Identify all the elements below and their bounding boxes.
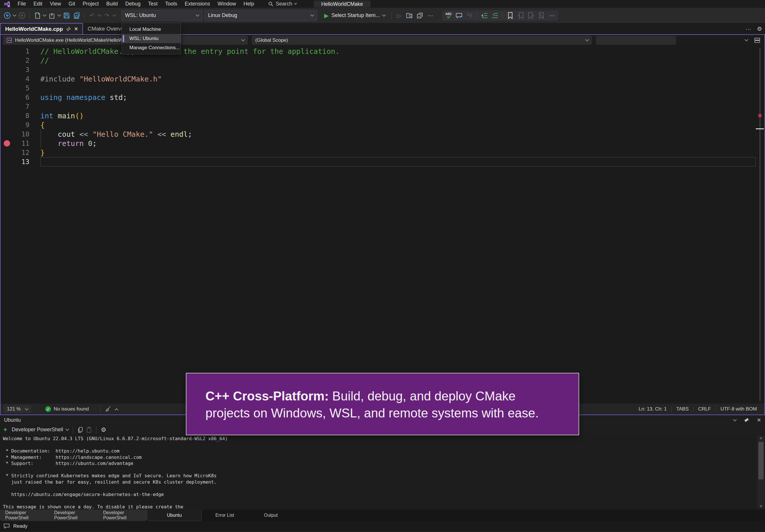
panel-close-icon[interactable]: × [757, 416, 761, 424]
zoom-level-select[interactable]: 121 % [3, 405, 31, 413]
connection-option-wsl-ubuntu[interactable]: WSL: Ubuntu [122, 34, 181, 43]
start-debugging-button[interactable]: ▶ Select Startup Item... [321, 10, 388, 21]
code-cleanup-broom-icon[interactable] [104, 405, 112, 413]
panel-tab-error-list[interactable]: Error List [202, 510, 248, 521]
line-number: 8 [13, 112, 29, 120]
next-bookmark-icon[interactable] [527, 11, 535, 20]
menu-extensions[interactable]: Extensions [181, 0, 214, 8]
shell-selector-chevron[interactable] [65, 427, 69, 431]
debug-configuration-combo[interactable]: Linux Debug [204, 10, 317, 21]
close-tab-icon[interactable]: × [74, 26, 78, 32]
connection-option-manage-connections-[interactable]: Manage Connections... [122, 43, 181, 52]
find-in-files-icon[interactable] [405, 11, 414, 20]
menu-view[interactable]: View [46, 0, 65, 8]
menu-window[interactable]: Window [214, 0, 240, 8]
panel-tab-developer-powershell[interactable]: Developer PowerShell [0, 510, 49, 521]
tab-settings-gear-icon[interactable]: ⚙ [757, 25, 762, 32]
increase-indent-icon[interactable]: ? [491, 11, 499, 20]
terminal-line [3, 467, 765, 473]
undo-button[interactable]: ↶ [88, 11, 97, 20]
pin-tab-icon[interactable] [66, 27, 71, 31]
line-ending-mode[interactable]: CRLF [693, 406, 715, 412]
scroll-down-icon[interactable]: ▼ [759, 504, 763, 508]
cpp-cross-platform-promo: C++ Cross-Platform: Build, debug, and de… [186, 373, 579, 435]
current-line-highlight [40, 157, 756, 166]
toolbar-overflow-icon[interactable]: ··· [426, 11, 434, 20]
scope-dropdown[interactable]: (Global Scope) [252, 36, 592, 45]
cursor-position[interactable]: Ln: 13, Ch: 1 [634, 406, 671, 412]
panel-tab-strip: Developer PowerShellDeveloper PowerShell… [0, 510, 765, 521]
tab-label: HelloWorldCMake.cpp [5, 26, 63, 32]
panel-chevron-down-icon[interactable] [733, 418, 737, 421]
redo-button[interactable]: ↷ [103, 11, 111, 20]
terminal-line: https://ubuntu.com/engage/secure-kuberne… [3, 491, 765, 498]
indent-mode[interactable]: TABS [671, 406, 693, 412]
editor-options-chevron[interactable] [745, 38, 748, 42]
code-editor[interactable]: 1// HelloWorldCMake.cpp : Defines the en… [1, 46, 764, 403]
new-file-button[interactable] [33, 11, 42, 20]
menu-file[interactable]: File [14, 0, 30, 8]
play-icon: ▶ [324, 12, 329, 19]
cleanup-chevron-up[interactable] [115, 408, 118, 412]
line-number: 13 [13, 158, 29, 165]
open-file-chevron[interactable] [57, 13, 61, 17]
encoding-mode[interactable]: UTF-8 with BOM [715, 406, 762, 412]
clear-bookmarks-icon[interactable] [537, 11, 546, 20]
terminal-line: This message is shown once a day. To dis… [3, 504, 765, 510]
breakpoint-icon[interactable] [4, 140, 10, 146]
decrease-indent-icon[interactable] [480, 11, 489, 20]
previous-bookmark-icon[interactable] [516, 11, 525, 20]
feedback-bubble-icon[interactable] [3, 523, 10, 529]
terminal-output[interactable]: ▲ ▼ Welcome to Ubuntu 22.04.3 LTS (GNU/L… [0, 434, 765, 510]
toggle-bookmark-icon[interactable] [506, 11, 515, 20]
copy-icon[interactable] [78, 427, 83, 433]
issues-indicator[interactable]: ✓ No issues found [45, 406, 89, 412]
feedback-comment-icon[interactable] [455, 11, 463, 20]
panel-tab-developer-powershell[interactable]: Developer PowerShell [49, 510, 98, 521]
redo-chevron[interactable] [112, 13, 116, 17]
terminal-scrollbar-thumb[interactable] [758, 442, 764, 479]
document-tab-helloworldcmake-cpp[interactable]: HelloWorldCMake.cpp× [0, 23, 83, 34]
run-without-debugging-icon[interactable]: ▷ [395, 11, 403, 20]
menu-git[interactable]: Git [65, 0, 79, 8]
search-control[interactable]: Search [265, 1, 300, 7]
open-file-button[interactable] [48, 11, 56, 20]
tab-overflow-icon[interactable]: ··· [745, 26, 751, 32]
terminal-settings-gear-icon[interactable]: ⚙ [101, 426, 106, 433]
menu-debug[interactable]: Debug [122, 0, 144, 8]
navigate-forward-button[interactable] [18, 11, 26, 20]
split-window-icon[interactable] [754, 37, 760, 44]
terminal-line: just raised the bar for easy, resilient … [3, 479, 765, 485]
menu-project[interactable]: Project [79, 0, 103, 8]
save-all-button[interactable] [73, 11, 81, 20]
panel-tab-developer-powershell[interactable]: Developer PowerShell [98, 510, 147, 521]
menu-edit[interactable]: Edit [30, 0, 46, 8]
new-file-chevron[interactable] [43, 13, 46, 17]
new-terminal-icon[interactable]: + [3, 426, 7, 433]
navigate-back-button[interactable] [3, 11, 12, 20]
code-text: return 0; [29, 139, 97, 148]
code-cleanup-config-icon[interactable] [465, 11, 474, 20]
live-share-icon[interactable] [415, 11, 424, 20]
terminal-line [3, 485, 765, 491]
target-system-combo[interactable]: WSL: Ubuntu Local MachineWSL: UbuntuMana… [121, 10, 203, 21]
member-dropdown[interactable] [596, 36, 676, 45]
panel-tab-ubuntu[interactable]: Ubuntu [147, 510, 202, 521]
paste-icon[interactable] [86, 427, 92, 433]
back-history-chevron[interactable] [13, 13, 16, 17]
breakpoint-margin[interactable] [1, 140, 13, 146]
shell-selector[interactable]: Developer PowerShell [12, 427, 63, 433]
scroll-up-icon[interactable]: ▲ [759, 435, 763, 440]
spell-check-icon[interactable]: ABC [444, 11, 453, 20]
svg-text:?: ? [493, 13, 494, 17]
menu-build[interactable]: Build [103, 0, 122, 8]
save-button[interactable] [62, 11, 71, 20]
undo-chevron[interactable] [98, 13, 101, 17]
menu-help[interactable]: Help [240, 0, 258, 8]
menu-tools[interactable]: Tools [161, 0, 181, 8]
pin-icon[interactable] [744, 417, 749, 423]
connection-option-local-machine[interactable]: Local Machine [122, 25, 181, 34]
menu-test[interactable]: Test [144, 0, 161, 8]
panel-tab-output[interactable]: Output [248, 510, 294, 521]
bookmark-overflow-icon[interactable]: ··· [547, 11, 556, 20]
